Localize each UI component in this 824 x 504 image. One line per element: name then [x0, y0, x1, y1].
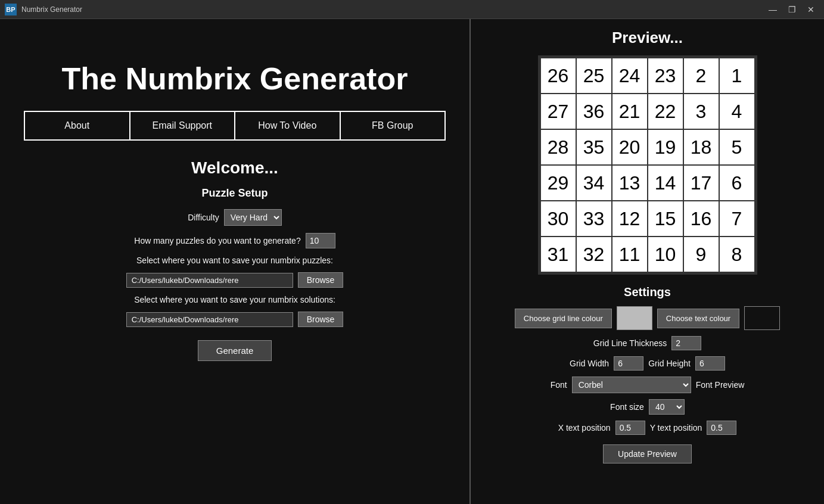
numbrix-grid: 2625242321273621223428352019185293413141…: [540, 57, 755, 273]
puzzle-save-path[interactable]: [126, 273, 293, 288]
puzzle-save-label-row: Select where you want to save your numbr…: [24, 256, 446, 265]
y-text-label: Y text position: [650, 423, 702, 433]
grid-cell: 11: [612, 237, 648, 272]
main-container: The Numbrix Generator About Email Suppor…: [0, 19, 824, 504]
grid-cell: 19: [648, 129, 683, 165]
grid-cell: 26: [540, 58, 576, 94]
window-title: Numbrix Generator: [21, 5, 764, 14]
update-preview-button[interactable]: Update Preview: [603, 444, 692, 463]
grid-width-label: Grid Width: [570, 359, 609, 368]
grid-cell: 15: [648, 201, 683, 237]
grid-cell: 21: [612, 94, 648, 129]
browse-puzzle-button[interactable]: Browse: [298, 272, 344, 288]
solution-save-path[interactable]: [126, 312, 293, 327]
grid-cell: 35: [576, 129, 612, 165]
count-label: How many puzzles do you want to generate…: [134, 236, 300, 245]
x-text-label: X text position: [558, 423, 611, 433]
browse-solution-button[interactable]: Browse: [298, 312, 344, 327]
grid-cell: 14: [648, 165, 683, 201]
grid-line-thickness-row: Grid Line Thickness: [483, 336, 812, 350]
app-logo: BP: [5, 4, 17, 15]
font-size-row: Font size 20 30 40 50 60: [483, 399, 812, 415]
fb-group-button[interactable]: FB Group: [341, 112, 445, 139]
grid-cell: 17: [683, 165, 719, 201]
maximize-button[interactable]: ❐: [783, 4, 800, 15]
font-preview-label: Font Preview: [696, 380, 745, 390]
grid-cell: 3: [683, 94, 719, 129]
grid-cell: 7: [719, 201, 755, 237]
grid-cell: 13: [612, 165, 648, 201]
font-size-select[interactable]: 20 30 40 50 60: [649, 399, 685, 415]
grid-cell: 4: [719, 94, 755, 129]
grid-cell: 9: [683, 237, 719, 272]
solution-save-label-row: Select where you want to save your numbr…: [24, 295, 446, 304]
grid-cell: 24: [612, 58, 648, 94]
font-size-label: Font size: [610, 402, 644, 412]
grid-cell: 31: [540, 237, 576, 272]
grid-line-thickness-label: Grid Line Thickness: [593, 338, 667, 348]
right-panel: Preview... 26252423212736212234283520191…: [471, 19, 824, 504]
grid-cell: 6: [719, 165, 755, 201]
generate-button[interactable]: Generate: [198, 340, 272, 361]
grid-cell: 10: [648, 237, 683, 272]
welcome-heading: Welcome...: [191, 158, 278, 178]
grid-cell: 28: [540, 129, 576, 165]
grid-line-colour-button[interactable]: Choose grid line colour: [515, 309, 612, 328]
grid-cell: 27: [540, 94, 576, 129]
grid-cell: 2: [683, 58, 719, 94]
solution-save-row: Browse: [24, 312, 446, 327]
settings-title: Settings: [624, 285, 671, 299]
color-buttons-row: Choose grid line colour Choose text colo…: [483, 306, 812, 330]
grid-cell: 22: [648, 94, 683, 129]
minimize-button[interactable]: —: [764, 4, 781, 15]
grid-cell: 32: [576, 237, 612, 272]
grid-cell: 18: [683, 129, 719, 165]
grid-width-input[interactable]: [614, 356, 643, 371]
font-label: Font: [551, 380, 567, 390]
y-text-input[interactable]: [707, 421, 736, 435]
grid-container: 2625242321273621223428352019185293413141…: [538, 55, 757, 275]
grid-cell: 25: [576, 58, 612, 94]
grid-dimensions-row: Grid Width Grid Height: [483, 356, 812, 371]
grid-cell: 30: [540, 201, 576, 237]
font-row: Font Corbel Arial Times New Roman Courie…: [483, 377, 812, 393]
app-title: The Numbrix Generator: [62, 61, 408, 97]
count-row: How many puzzles do you want to generate…: [24, 233, 446, 248]
nav-buttons: About Email Support How To Video FB Grou…: [24, 111, 446, 141]
puzzle-setup-heading: Puzzle Setup: [201, 187, 268, 200]
grid-cell: 36: [576, 94, 612, 129]
left-panel: The Numbrix Generator About Email Suppor…: [0, 19, 471, 504]
email-support-button[interactable]: Email Support: [130, 112, 236, 139]
grid-cell: 16: [683, 201, 719, 237]
text-position-row: X text position Y text position: [483, 421, 812, 435]
preview-title: Preview...: [612, 29, 683, 47]
about-button[interactable]: About: [25, 112, 130, 139]
grid-cell: 5: [719, 129, 755, 165]
generate-row: Generate: [24, 334, 446, 361]
solution-save-label: Select where you want to save your numbr…: [134, 295, 335, 304]
text-colour-button[interactable]: Choose text colour: [657, 309, 739, 328]
close-button[interactable]: ✕: [803, 4, 819, 15]
difficulty-label: Difficulty: [188, 213, 219, 222]
x-text-input[interactable]: [615, 421, 645, 435]
count-input[interactable]: [306, 233, 335, 248]
titlebar: BP Numbrix Generator — ❐ ✕: [0, 0, 824, 19]
grid-cell: 34: [576, 165, 612, 201]
grid-cell: 8: [719, 237, 755, 272]
grid-cell: 23: [648, 58, 683, 94]
grid-height-input[interactable]: [695, 356, 725, 371]
difficulty-select[interactable]: Easy Medium Hard Very Hard: [224, 209, 282, 226]
text-colour-swatch[interactable]: [744, 306, 780, 330]
difficulty-row: Difficulty Easy Medium Hard Very Hard: [24, 209, 446, 226]
grid-cell: 33: [576, 201, 612, 237]
puzzle-save-row: Browse: [24, 272, 446, 288]
font-select[interactable]: Corbel Arial Times New Roman Courier New: [572, 377, 691, 393]
how-to-video-button[interactable]: How To Video: [235, 112, 341, 139]
grid-height-label: Grid Height: [648, 359, 691, 368]
puzzle-save-label: Select where you want to save your numbr…: [136, 256, 333, 265]
grid-cell: 1: [719, 58, 755, 94]
grid-cell: 29: [540, 165, 576, 201]
grid-line-thickness-input[interactable]: [671, 336, 701, 350]
grid-cell: 12: [612, 201, 648, 237]
grid-line-colour-swatch[interactable]: [617, 306, 652, 330]
